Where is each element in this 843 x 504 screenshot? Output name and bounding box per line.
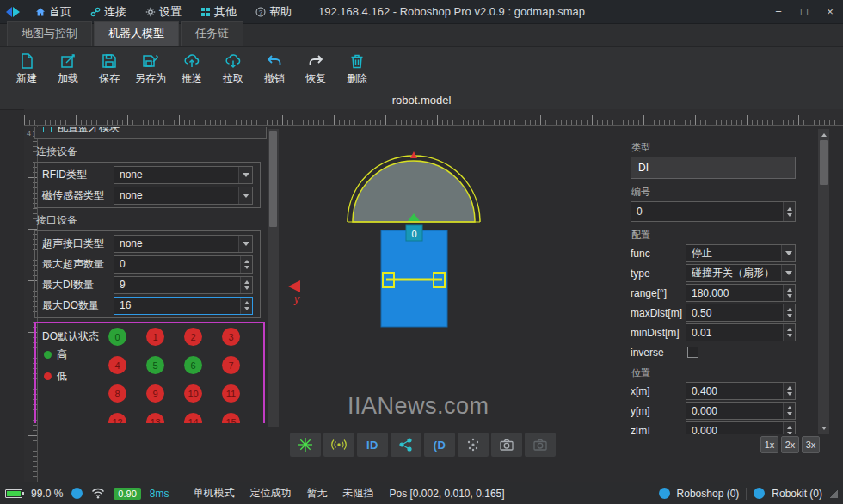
menu-connect[interactable]: 连接 — [83, 1, 134, 23]
stepper-arrows[interactable] — [783, 383, 795, 399]
inverse-checkbox[interactable] — [687, 347, 698, 358]
camera-3d-display-toggle[interactable] — [525, 433, 556, 457]
do-display-toggle[interactable]: (D — [424, 433, 455, 457]
func-select[interactable]: 停止 — [686, 244, 796, 262]
minimize-button[interactable]: − — [766, 0, 791, 23]
do-state-cell[interactable]: 6 — [184, 356, 202, 374]
tab-task-chain[interactable]: 任务链 — [181, 21, 243, 46]
laser-display-toggle[interactable] — [290, 433, 321, 457]
menu-home[interactable]: 首页 — [28, 1, 79, 23]
delete-button[interactable]: 删除 — [337, 49, 377, 89]
undo-button[interactable]: 撤销 — [255, 49, 294, 89]
config-section-label: 配置 — [631, 229, 795, 242]
do-state-cell[interactable]: 14 — [184, 413, 202, 423]
stepper-arrows[interactable] — [783, 285, 795, 301]
do-state-cell[interactable]: 2 — [184, 328, 202, 346]
magnetic-sensor-type-select[interactable]: none — [114, 187, 253, 205]
inverse-label: inverse — [631, 347, 686, 359]
pos-z-stepper[interactable]: 0.000 — [686, 421, 796, 434]
chevron-down-icon — [238, 236, 252, 252]
mindist-stepper[interactable]: 0.01 — [686, 323, 796, 341]
max-do-stepper[interactable]: 16 — [114, 297, 253, 315]
do-state-cell[interactable]: 1 — [146, 328, 164, 346]
do-state-cell[interactable]: 13 — [146, 413, 164, 423]
do-state-cell[interactable]: 3 — [222, 328, 240, 346]
save-as-button[interactable]: 另存为 — [131, 49, 170, 89]
close-button[interactable]: × — [817, 0, 843, 23]
stepper-arrows[interactable] — [240, 298, 252, 314]
do-state-cell[interactable]: 7 — [222, 356, 240, 374]
stepper-arrows[interactable] — [783, 304, 795, 321]
tab-robot-model[interactable]: 机器人模型 — [94, 21, 179, 46]
do-state-cell[interactable]: 5 — [146, 356, 164, 374]
left-panel-scrollbar[interactable] — [268, 129, 279, 427]
scroll-up-icon[interactable] — [818, 129, 829, 138]
stepper-arrows[interactable] — [240, 256, 252, 273]
scrollbar-thumb[interactable] — [820, 140, 828, 185]
do-state-cell[interactable]: 10 — [184, 384, 202, 403]
do-state-cell[interactable]: 12 — [108, 413, 126, 423]
stepper-arrows[interactable] — [783, 422, 795, 434]
fan-apex-marker — [410, 151, 417, 158]
range-stepper[interactable]: 180.000 — [686, 284, 796, 302]
pos-x-stepper[interactable]: 0.400 — [686, 382, 796, 400]
ultrasonic-interface-select[interactable]: none — [114, 235, 253, 253]
resize-grip-icon[interactable] — [829, 489, 838, 498]
menu-settings[interactable]: 设置 — [138, 1, 189, 23]
max-ultrasonic-label: 最大超声数量 — [42, 257, 104, 272]
roboshop-status: Roboshop (0) — [677, 488, 740, 500]
max-di-stepper[interactable]: 9 — [114, 276, 253, 294]
cloud-upload-icon — [183, 52, 200, 70]
do-state-cell[interactable]: 0 — [108, 328, 126, 346]
zoom-2x-button[interactable]: 2x — [781, 436, 799, 453]
alarm-status: 暂无 — [306, 486, 327, 501]
pos-y-stepper[interactable]: 0.000 — [686, 402, 796, 420]
do-state-cell[interactable]: 11 — [222, 384, 240, 403]
undo-icon — [266, 52, 283, 70]
zoom-3x-button[interactable]: 3x — [802, 436, 820, 453]
max-ultrasonic-stepper[interactable]: 0 — [114, 255, 253, 274]
maxdist-row: maxDist[m] 0.50 — [631, 304, 796, 322]
mindist-row: minDist[m] 0.01 — [631, 323, 796, 341]
do-state-cell[interactable]: 8 — [108, 384, 126, 403]
stepper-arrows[interactable] — [783, 324, 795, 341]
load-button[interactable]: 加载 — [48, 49, 88, 89]
scrollbar-thumb[interactable] — [269, 131, 277, 227]
sensor-id-stepper[interactable]: 0 — [631, 201, 796, 222]
stepper-arrows[interactable] — [783, 202, 795, 221]
battery-percent: 99.0 % — [31, 488, 63, 500]
func-row: func 停止 — [631, 244, 796, 262]
save-button[interactable]: 保存 — [89, 49, 129, 89]
rfid-type-select[interactable]: none — [114, 166, 253, 184]
model-title-row: robot.model — [0, 90, 843, 109]
zoom-1x-button[interactable]: 1x — [760, 436, 778, 453]
right-panel-scrollbar[interactable] — [818, 129, 829, 434]
redo-button[interactable]: 恢复 — [296, 49, 335, 89]
new-button[interactable]: 新建 — [7, 49, 46, 89]
interface-devices-group: 超声接口类型 none 最大超声数量 0 最大DI数量 9 最大DO数量 16 — [34, 230, 261, 318]
scroll-down-icon[interactable] — [818, 425, 829, 434]
di-display-toggle[interactable]: ID — [357, 433, 388, 457]
push-button[interactable]: 推送 — [172, 49, 212, 89]
do-state-cell[interactable]: 4 — [108, 356, 126, 374]
do-state-cell[interactable]: 15 — [222, 413, 240, 423]
feature-points-display-toggle[interactable] — [458, 433, 489, 457]
pos-z-row: z[m] 0.000 — [631, 421, 796, 434]
stepper-arrows[interactable] — [240, 277, 252, 293]
menu-help[interactable]: ? 帮助 — [248, 1, 299, 23]
camera-display-toggle[interactable] — [491, 433, 522, 457]
menu-other[interactable]: 其他 — [193, 1, 244, 23]
stepper-arrows[interactable] — [783, 403, 795, 419]
maximize-button[interactable]: □ — [791, 0, 817, 23]
clipped-config-row[interactable]: 配置蓝牙模块 — [34, 127, 267, 139]
sensor-fan-area — [353, 161, 475, 222]
pull-button[interactable]: 拉取 — [213, 49, 253, 89]
main-tabbar: 地图与控制 机器人模型 任务链 — [0, 24, 843, 47]
sensor-shape-select[interactable]: 碰撞开关（扇形） — [686, 264, 796, 282]
topology-display-toggle[interactable] — [391, 433, 422, 457]
ultrasonic-display-toggle[interactable] — [323, 433, 354, 457]
maxdist-stepper[interactable]: 0.50 — [686, 304, 796, 322]
save-as-icon — [142, 52, 159, 70]
do-state-cell[interactable]: 9 — [146, 384, 164, 403]
tab-map-control[interactable]: 地图与控制 — [7, 21, 92, 46]
